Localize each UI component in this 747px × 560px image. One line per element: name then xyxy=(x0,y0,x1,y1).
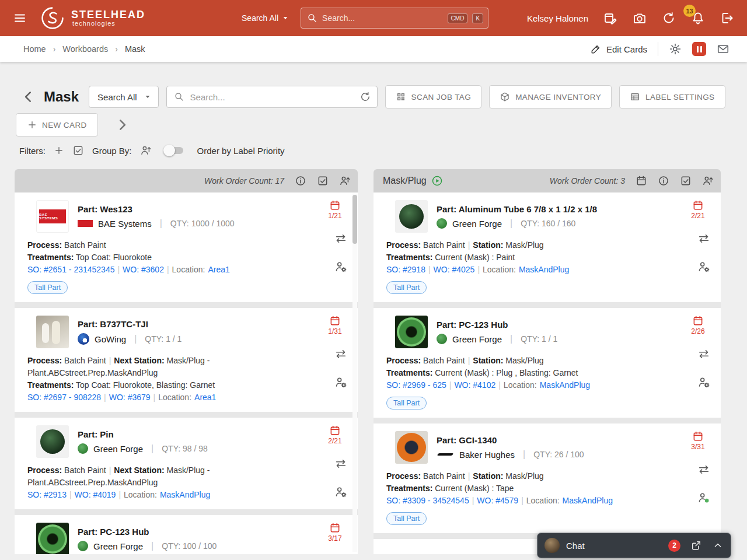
move-card-icon[interactable] xyxy=(334,232,347,245)
work-order-card[interactable]: Part: GCI-1340 Baker Hughes | QTY: 26 / … xyxy=(374,424,721,533)
edit-cards-button[interactable]: Edit Cards xyxy=(590,43,647,55)
add-filter-icon[interactable] xyxy=(54,145,64,156)
back-chevron-icon[interactable] xyxy=(21,89,36,104)
chevron-up-icon[interactable] xyxy=(712,540,724,551)
due-date-button[interactable]: 3/31 xyxy=(685,430,711,451)
new-card-button[interactable]: NEW CARD xyxy=(16,113,98,136)
assigned-user-icon[interactable] xyxy=(697,491,710,504)
wo-link[interactable]: WO: #3679 xyxy=(109,393,151,402)
tag-chip[interactable]: Tall Part xyxy=(386,281,427,294)
sort-by-person-icon[interactable] xyxy=(140,145,152,156)
part-image[interactable] xyxy=(36,523,69,554)
refresh-icon[interactable] xyxy=(662,11,676,25)
breadcrumb-workboards[interactable]: Workboards xyxy=(62,44,108,54)
so-link[interactable]: SO: #2651 - 231452345 xyxy=(27,265,114,274)
brand-logo[interactable]: STEELHEAD technologies xyxy=(40,5,145,31)
quantity: QTY: 98 / 98 xyxy=(162,444,208,453)
so-link[interactable]: SO: #3309 - 34524545 xyxy=(386,496,469,505)
info-icon[interactable] xyxy=(295,175,306,187)
notifications-bell-icon[interactable]: 13 xyxy=(691,11,705,25)
due-date-button[interactable]: 2/26 xyxy=(685,315,711,335)
part-image[interactable] xyxy=(395,316,428,348)
user-menu[interactable]: Kelsey Halonen xyxy=(527,13,588,23)
part-image[interactable] xyxy=(395,200,428,233)
schedule-edit-icon[interactable] xyxy=(603,11,617,25)
tag-chip[interactable]: Tall Part xyxy=(386,512,427,525)
search-refresh-icon[interactable] xyxy=(359,91,371,103)
move-card-icon[interactable] xyxy=(697,348,710,360)
location-link[interactable]: Area1 xyxy=(194,393,216,402)
location-link[interactable]: Area1 xyxy=(208,265,229,274)
mail-icon[interactable] xyxy=(717,43,729,55)
so-link[interactable]: SO: #2969 - 625 xyxy=(386,380,446,390)
assign-user-icon[interactable] xyxy=(334,485,347,498)
location-link[interactable]: MaskAndPlug xyxy=(160,490,210,499)
manage-inventory-button[interactable]: MANAGE INVENTORY xyxy=(489,85,612,108)
part-image[interactable]: BAE SYSTEMS xyxy=(36,200,69,233)
multi-select-icon[interactable] xyxy=(72,145,84,156)
location-link[interactable]: MaskAndPlug xyxy=(519,265,569,274)
info-icon[interactable] xyxy=(658,175,669,187)
scrollbar-thumb[interactable] xyxy=(352,195,357,244)
camera-icon[interactable] xyxy=(633,11,647,25)
move-card-icon[interactable] xyxy=(334,457,347,470)
assign-user-icon[interactable] xyxy=(697,260,710,273)
wo-link[interactable]: WO: #4579 xyxy=(477,496,518,505)
order-by-label-priority-toggle[interactable] xyxy=(163,145,186,156)
due-date-button[interactable]: 2/21 xyxy=(685,200,711,220)
sort-by-person-icon[interactable] xyxy=(702,175,714,187)
multi-select-icon[interactable] xyxy=(680,175,692,187)
due-date-button[interactable]: 3/17 xyxy=(322,522,348,542)
so-link[interactable]: SO: #2913 xyxy=(27,490,67,499)
card-gap xyxy=(15,412,358,418)
wo-link[interactable]: WO: #4025 xyxy=(434,265,475,274)
work-order-card[interactable]: Part: PC-123 Hub Green Forge | QTY: 100 … xyxy=(15,515,358,554)
tag-chip[interactable]: Tall Part xyxy=(27,281,68,294)
board-search-scope-select[interactable]: Search All xyxy=(89,86,159,108)
topbar-search-scope-select[interactable]: Search All xyxy=(242,13,290,23)
part-image[interactable] xyxy=(36,316,69,348)
play-icon[interactable] xyxy=(431,175,443,187)
chat-widget[interactable]: Chat 2 xyxy=(537,533,731,558)
settings-gear-icon[interactable] xyxy=(669,43,682,55)
topbar-search-input[interactable] xyxy=(322,13,443,23)
hamburger-menu-icon[interactable] xyxy=(13,11,27,25)
location-link[interactable]: MaskAndPlug xyxy=(563,496,613,505)
sort-by-person-icon[interactable] xyxy=(339,175,351,187)
scan-job-tag-button[interactable]: SCAN JOB TAG xyxy=(385,85,482,108)
board-search-input[interactable] xyxy=(190,92,354,102)
move-card-icon[interactable] xyxy=(697,232,710,245)
so-link[interactable]: SO: #2918 xyxy=(386,265,425,274)
open-in-new-icon[interactable] xyxy=(690,540,702,551)
part-title: Part: PC-123 Hub xyxy=(437,320,557,330)
work-order-card[interactable]: Part: B737TC-TJI GoWing | QTY: 1 / 1 1/3… xyxy=(15,308,358,412)
work-order-card[interactable]: Part: Aluminum Tube 6 7/8 x 1 1/2 x 1/8 … xyxy=(374,192,721,302)
location-link[interactable]: MaskAndPlug xyxy=(540,380,590,390)
so-link[interactable]: SO: #2697 - 908228 xyxy=(27,393,101,402)
label-settings-button[interactable]: LABEL SETTINGS xyxy=(619,85,725,108)
multi-select-icon[interactable] xyxy=(317,175,329,187)
part-image[interactable] xyxy=(36,425,69,458)
logout-icon[interactable] xyxy=(720,11,734,25)
wo-link[interactable]: WO: #4019 xyxy=(75,490,116,499)
assign-user-icon[interactable] xyxy=(334,376,347,388)
expand-chevron-icon[interactable] xyxy=(114,117,130,132)
assign-user-icon[interactable] xyxy=(334,260,347,273)
assign-user-icon[interactable] xyxy=(697,376,710,388)
work-order-card[interactable]: Part: Pin Green Forge | QTY: 98 / 98 2/2… xyxy=(15,418,358,509)
work-order-card[interactable]: BAE SYSTEMS Part: Wes123 BAE Systems | Q… xyxy=(15,192,358,302)
part-image[interactable] xyxy=(395,431,428,464)
scan-job-tag-label: SCAN JOB TAG xyxy=(411,93,472,102)
wo-link[interactable]: WO: #3602 xyxy=(123,265,164,274)
move-card-icon[interactable] xyxy=(334,348,347,360)
pause-columns-icon[interactable] xyxy=(692,42,706,56)
due-date-button[interactable]: 2/21 xyxy=(322,425,348,445)
calendar-icon[interactable] xyxy=(636,175,647,187)
tag-chip[interactable]: Tall Part xyxy=(386,397,427,410)
work-order-card[interactable]: Part: PC-123 Hub Green Forge | QTY: 1 / … xyxy=(374,308,721,418)
wo-link[interactable]: WO: #4102 xyxy=(454,380,495,390)
breadcrumb-home[interactable]: Home xyxy=(23,44,46,54)
due-date-button[interactable]: 1/21 xyxy=(322,200,348,220)
due-date-button[interactable]: 1/31 xyxy=(322,315,348,335)
move-card-icon[interactable] xyxy=(697,463,710,476)
